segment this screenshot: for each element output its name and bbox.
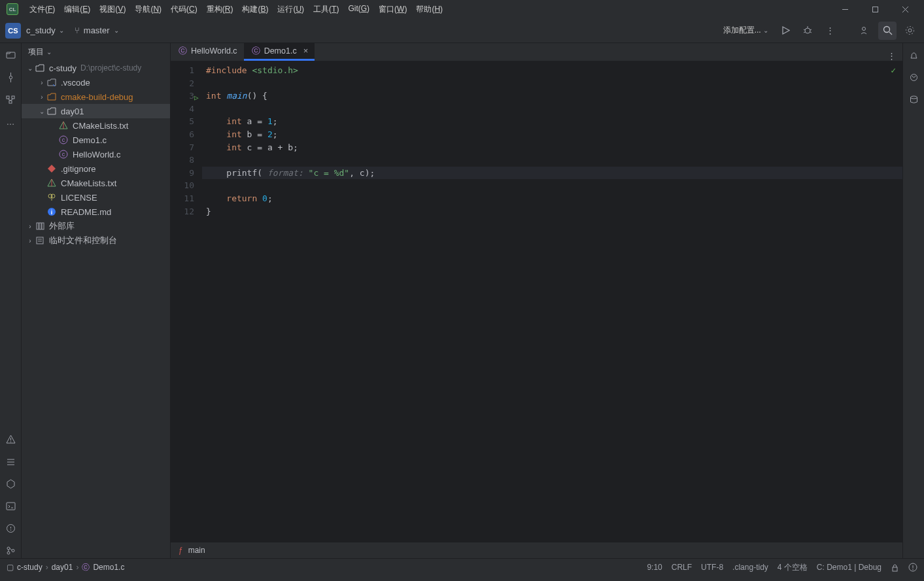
terminal-tool-button[interactable] (3, 498, 18, 514)
ai-tool-button[interactable] (906, 69, 921, 85)
readonly-icon[interactable] (891, 563, 899, 572)
project-dropdown[interactable]: c_study ⌄ (21, 24, 69, 37)
tree-row[interactable]: ⌄day01 (22, 104, 170, 118)
line-number[interactable]: 8 (171, 154, 194, 167)
line-gutter[interactable]: 123▷456789101112 (171, 61, 202, 542)
run-gutter-icon[interactable]: ▷ (194, 91, 199, 105)
code-line[interactable] (202, 103, 902, 116)
close-button[interactable] (890, 0, 920, 18)
minimize-button[interactable] (830, 0, 860, 18)
more-actions-button[interactable]: ⋮ (821, 22, 839, 40)
menu-item[interactable]: 导航(N) (130, 2, 166, 17)
git-branch-dropdown[interactable]: ⑂ master ⌄ (69, 24, 124, 37)
line-number[interactable]: 11 (171, 192, 194, 205)
menu-item[interactable]: 窗口(W) (374, 2, 411, 17)
project-badge[interactable]: CS (5, 23, 21, 39)
menu-item[interactable]: 文件(F) (25, 2, 60, 17)
tree-row[interactable]: ›外部库 (22, 219, 170, 233)
run-config-dropdown[interactable]: 添加配置... ⌄ (719, 22, 772, 39)
code-line[interactable]: int c = a + b; (202, 141, 902, 154)
status-info-icon[interactable] (908, 563, 917, 572)
breadcrumb-item[interactable]: ▢ c-study (7, 563, 43, 572)
menu-item[interactable]: 构建(B) (237, 2, 273, 17)
code-line[interactable]: int main() { (202, 90, 902, 103)
code-line[interactable] (202, 77, 902, 90)
code-line[interactable]: printf( format: "c = %d", c); (202, 167, 902, 180)
tree-row[interactable]: .gitignore (22, 161, 170, 176)
inspection-ok-icon[interactable]: ✓ (891, 65, 896, 75)
tree-row[interactable]: ›临时文件和控制台 (22, 233, 170, 248)
breadcrumb-item[interactable]: ⓒ Demo1.c (82, 562, 124, 573)
line-number[interactable]: 6 (171, 128, 194, 141)
menu-item[interactable]: 重构(R) (202, 2, 238, 17)
editor-tab[interactable]: ⓒDemo1.c× (244, 42, 315, 61)
maximize-button[interactable] (860, 0, 890, 18)
expand-icon[interactable]: › (26, 237, 35, 244)
database-tool-button[interactable] (906, 91, 921, 107)
expand-icon[interactable]: ⌄ (26, 65, 35, 72)
vcs-tool-button[interactable] (3, 542, 18, 558)
code-line[interactable]: int b = 2; (202, 128, 902, 141)
line-number[interactable]: 3▷ (171, 90, 194, 103)
editor-body[interactable]: 123▷456789101112 ✓ #include <stdio.h> in… (171, 61, 902, 542)
line-number[interactable]: 7 (171, 141, 194, 154)
tree-row[interactable]: cDemo1.c (22, 133, 170, 147)
tree-row[interactable]: ⌄c-studyD:\project\c-study (22, 61, 170, 75)
expand-icon[interactable]: › (37, 79, 46, 86)
problems-tool-button[interactable] (3, 431, 18, 447)
close-tab-icon[interactable]: × (303, 46, 309, 56)
project-tool-button[interactable] (3, 47, 18, 63)
run-button[interactable] (776, 22, 795, 40)
status-item[interactable]: .clang-tidy (732, 563, 768, 572)
line-number[interactable]: 2 (171, 77, 194, 90)
tab-more-button[interactable]: ⋮ (881, 51, 902, 61)
editor-tab[interactable]: ⓒHelloWorld.c (171, 42, 244, 61)
services-tool-button[interactable] (3, 476, 18, 491)
structure-tool-button[interactable] (3, 91, 18, 107)
settings-button[interactable] (900, 22, 919, 40)
code-line[interactable]: } (202, 205, 902, 218)
menu-item[interactable]: 视图(V) (95, 2, 130, 17)
menu-item[interactable]: 工具(T) (309, 2, 343, 17)
expand-icon[interactable]: ⌄ (37, 108, 46, 115)
todo-tool-button[interactable] (3, 454, 18, 469)
line-number[interactable]: 5 (171, 115, 194, 128)
more-tools-button[interactable]: … (3, 114, 18, 129)
menu-item[interactable]: 运行(U) (273, 2, 309, 17)
code-with-me-button[interactable] (856, 22, 874, 40)
status-item[interactable]: UTF-8 (701, 563, 723, 572)
tree-row[interactable]: ›cmake-build-debug (22, 90, 170, 104)
code-line[interactable]: #include <stdio.h> (202, 64, 902, 77)
tree-row[interactable]: cHelloWorld.c (22, 147, 170, 161)
tree-row[interactable]: CMakeLists.txt (22, 176, 170, 190)
menu-item[interactable]: 编辑(E) (60, 2, 95, 17)
expand-icon[interactable]: › (26, 223, 35, 230)
status-item[interactable]: 4 个空格 (778, 562, 808, 573)
search-button[interactable] (878, 22, 897, 40)
status-item[interactable]: CRLF (672, 563, 692, 572)
code-line[interactable] (202, 154, 902, 167)
line-number[interactable]: 12 (171, 205, 194, 218)
line-number[interactable]: 9 (171, 167, 194, 180)
line-number[interactable]: 1 (171, 64, 194, 77)
status-item[interactable]: C: Demo1 | Debug (817, 563, 881, 572)
menu-item[interactable]: 帮助(H) (411, 2, 447, 17)
info-tool-button[interactable] (3, 520, 18, 536)
tree-row[interactable]: ›.vscode (22, 75, 170, 90)
menu-item[interactable]: Git(G) (343, 2, 374, 17)
status-item[interactable]: 9:10 (647, 563, 662, 572)
code-line[interactable]: int a = 1; (202, 115, 902, 128)
notifications-button[interactable] (906, 47, 921, 63)
line-number[interactable]: 10 (171, 179, 194, 192)
code-line[interactable] (202, 179, 902, 192)
sidebar-header[interactable]: 项目 ⌄ (22, 43, 170, 61)
line-number[interactable]: 4 (171, 103, 194, 116)
tree-row[interactable]: LICENSE (22, 190, 170, 205)
breadcrumb-item[interactable]: day01 (52, 563, 73, 572)
expand-icon[interactable]: › (37, 93, 46, 101)
current-function[interactable]: main (188, 546, 205, 555)
tree-row[interactable]: CMakeLists.txt (22, 118, 170, 133)
menu-item[interactable]: 代码(C) (166, 2, 202, 17)
commit-tool-button[interactable] (3, 69, 18, 85)
debug-button[interactable] (798, 22, 817, 40)
